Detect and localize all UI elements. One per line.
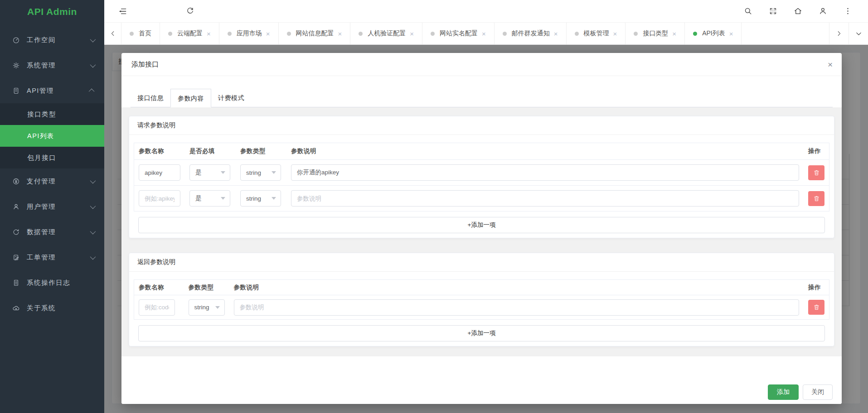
tab-dot [634, 32, 638, 36]
sidebar-menu: 工作空间 系统管理 API管理 接口类型 API列表 [0, 23, 104, 321]
column-header-action: 操作 [804, 280, 829, 295]
table-row: 是 string [134, 160, 829, 186]
sidebar-item-pay-manage[interactable]: 支付管理 [0, 168, 104, 194]
sidebar-item-api-type[interactable]: 接口类型 [0, 103, 104, 125]
select-value: string [246, 195, 261, 202]
tab-site-realname-config[interactable]: 网站实名配置 × [422, 23, 495, 44]
tab-label: 模板管理 [584, 29, 609, 38]
tab-dot [228, 32, 232, 36]
delete-row-button[interactable] [808, 165, 824, 180]
more-dots-icon[interactable] [843, 6, 853, 16]
add-request-param-button[interactable]: +添加一项 [138, 217, 825, 233]
tab-app-market[interactable]: 应用市场 × [219, 23, 279, 44]
param-required-select[interactable]: 是 [189, 164, 230, 181]
tab-param-content[interactable]: 参数内容 [170, 89, 211, 107]
tab-api-info[interactable]: 接口信息 [131, 89, 170, 107]
submit-button[interactable]: 添加 [768, 384, 799, 400]
tab-email-notify[interactable]: 邮件群发通知 × [495, 23, 567, 44]
tab-captcha-config[interactable]: 人机验证配置 × [350, 23, 422, 44]
sidebar-item-label: 包月接口 [27, 154, 56, 162]
add-api-dialog: 添加接口 × 接口信息 参数内容 计费模式 请求参数说明 参数名称 [121, 53, 842, 404]
close-icon[interactable]: × [410, 30, 414, 37]
card-body: 参数名称 参数类型 参数说明 操作 string [129, 272, 834, 346]
sidebar-item-user-manage[interactable]: 用户管理 [0, 194, 104, 219]
sidebar-item-data-manage[interactable]: 数据管理 [0, 219, 104, 245]
app-logo: API Admin [0, 0, 104, 23]
close-icon[interactable]: × [338, 30, 342, 37]
chevron-down-icon [90, 36, 96, 42]
param-type-select[interactable]: string [189, 299, 225, 316]
refresh-icon[interactable] [185, 6, 195, 16]
sidebar-item-workorder-manage[interactable]: 工单管理 [0, 245, 104, 270]
tabs-dropdown-button[interactable] [849, 23, 868, 44]
close-icon[interactable]: × [729, 30, 733, 37]
param-name-input[interactable] [139, 164, 180, 181]
column-header-name: 参数名称 [134, 280, 184, 295]
column-header-action: 操作 [804, 143, 829, 160]
add-response-param-button[interactable]: +添加一项 [138, 325, 825, 341]
sidebar-item-system-manage[interactable]: 系统管理 [0, 53, 104, 78]
param-desc-input[interactable] [291, 164, 799, 181]
collapse-sidebar-icon[interactable] [118, 6, 128, 16]
tabbar: 首页 云端配置 × 应用市场 × 网站信息配置 × 人机验证配置 × [104, 23, 868, 45]
user-avatar-icon[interactable] [818, 6, 828, 16]
close-icon[interactable]: × [207, 30, 211, 37]
caret-down-icon [221, 171, 225, 174]
param-type-select[interactable]: string [240, 190, 281, 206]
caret-down-icon [221, 197, 225, 200]
tab-dot [503, 32, 507, 36]
tab-template-manage[interactable]: 模板管理 × [567, 23, 626, 44]
select-value: 是 [195, 168, 202, 177]
delete-row-button[interactable] [808, 300, 824, 315]
tab-site-info-config[interactable]: 网站信息配置 × [279, 23, 351, 44]
topbar-left [104, 6, 195, 16]
tab-label: 人机验证配置 [368, 29, 406, 38]
tab-api-list[interactable]: API列表 × [685, 23, 742, 44]
param-desc-input[interactable] [234, 299, 800, 316]
response-params-card: 返回参数说明 参数名称 参数类型 参数说明 操作 [129, 253, 834, 346]
sidebar-item-about-system[interactable]: 关于系统 [0, 295, 104, 321]
fullscreen-icon[interactable] [768, 6, 778, 16]
sidebar-item-monthly-api[interactable]: 包月接口 [0, 147, 104, 168]
column-header-desc: 参数说明 [229, 280, 804, 295]
delete-row-button[interactable] [808, 191, 824, 206]
sidebar-item-workspace[interactable]: 工作空间 [0, 27, 104, 53]
close-icon[interactable]: × [613, 30, 617, 37]
tab-label: 接口类型 [643, 29, 668, 38]
tab-billing-mode[interactable]: 计费模式 [211, 89, 251, 107]
sidebar-item-label: 接口类型 [27, 110, 56, 119]
param-required-select[interactable]: 是 [189, 190, 230, 206]
table-header-row: 参数名称 是否必填 参数类型 参数说明 操作 [134, 143, 829, 160]
sidebar-item-system-log[interactable]: 系统操作日志 [0, 270, 104, 295]
tabs-scroll-right-button[interactable] [829, 23, 849, 44]
param-name-input[interactable] [139, 299, 175, 316]
dialog-close-icon[interactable]: × [828, 60, 833, 69]
param-type-select[interactable]: string [240, 164, 281, 181]
sidebar-item-api-manage[interactable]: API管理 [0, 78, 104, 103]
search-icon[interactable] [743, 6, 753, 16]
data-refresh-icon [12, 228, 20, 236]
response-params-table: 参数名称 参数类型 参数说明 操作 string [134, 279, 829, 320]
home-icon[interactable] [793, 6, 803, 16]
sidebar-item-label: 工作空间 [27, 36, 56, 44]
sidebar-item-api-list[interactable]: API列表 [0, 125, 104, 147]
column-header-name: 参数名称 [134, 143, 185, 160]
param-desc-input[interactable] [291, 190, 799, 206]
close-icon[interactable]: × [266, 30, 270, 37]
card-title: 返回参数说明 [129, 253, 834, 272]
close-icon[interactable]: × [672, 30, 676, 37]
close-icon[interactable]: × [554, 30, 558, 37]
tab-home[interactable]: 首页 [121, 23, 160, 44]
sidebar-item-label: 系统管理 [27, 61, 56, 70]
card-body: 参数名称 是否必填 参数类型 参数说明 操作 是 string [129, 135, 834, 238]
close-button[interactable]: 关闭 [803, 384, 833, 400]
select-value: string [194, 304, 209, 311]
topbar [104, 0, 868, 23]
tab-dot [575, 32, 579, 36]
tab-dot [431, 32, 435, 36]
tab-cloud-config[interactable]: 云端配置 × [160, 23, 219, 44]
tabs-scroll-left-button[interactable] [104, 23, 121, 44]
param-name-input[interactable] [139, 190, 180, 206]
tab-api-type[interactable]: 接口类型 × [626, 23, 685, 44]
close-icon[interactable]: × [482, 30, 486, 37]
